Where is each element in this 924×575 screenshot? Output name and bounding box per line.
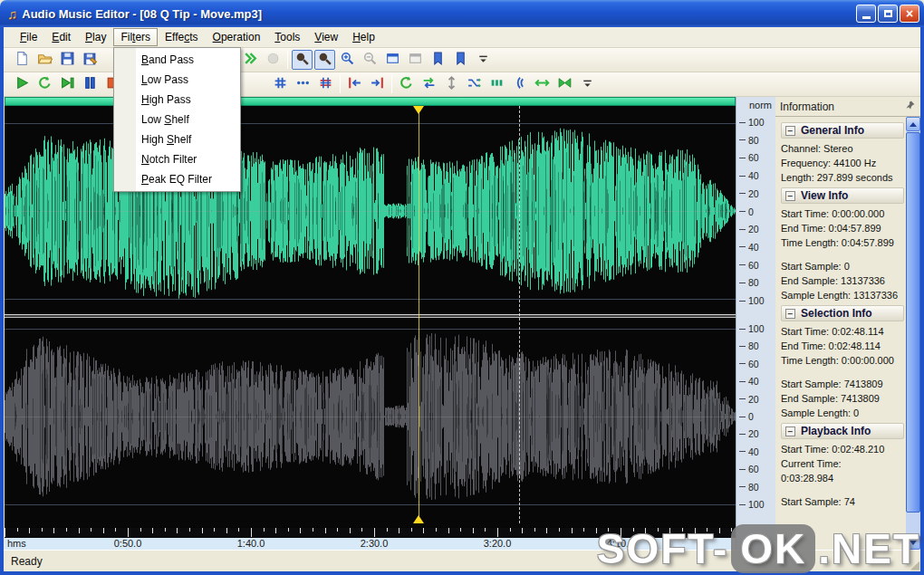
info-row: Sample Length: 13137336 bbox=[781, 288, 906, 302]
info-row: End Sample: 13137336 bbox=[781, 273, 906, 288]
maximize-icon bbox=[884, 10, 892, 17]
floppy-edit-icon bbox=[82, 51, 98, 70]
find-start-button[interactable] bbox=[428, 50, 448, 70]
section-spacer bbox=[781, 250, 906, 259]
find-end-button[interactable] bbox=[450, 50, 471, 70]
waveform-right-channel[interactable] bbox=[5, 319, 736, 523]
preview-sound-button[interactable] bbox=[509, 74, 530, 94]
selection-cursor-line bbox=[419, 106, 419, 523]
menu-item-effects[interactable]: Effects bbox=[158, 28, 205, 46]
overflow-icon bbox=[476, 51, 491, 70]
menu-item-play[interactable]: Play bbox=[78, 28, 113, 46]
section-title: View Info bbox=[801, 189, 848, 202]
play-to-end-button[interactable] bbox=[57, 74, 78, 94]
floppy-icon bbox=[60, 51, 75, 70]
scroll-up-button[interactable] bbox=[906, 117, 920, 131]
section-header-general-info[interactable]: −General Info bbox=[781, 122, 904, 139]
menu-item-filters[interactable]: Filters bbox=[113, 28, 158, 46]
grid-snap-button[interactable] bbox=[270, 74, 291, 94]
section-header-view-info[interactable]: −View Info bbox=[781, 187, 904, 204]
loop-play-button[interactable] bbox=[34, 74, 55, 94]
watermark-ok-box: OK bbox=[731, 524, 815, 573]
collapse-icon[interactable]: − bbox=[785, 309, 795, 319]
scroll-thumb[interactable] bbox=[906, 132, 920, 513]
menu-item-tools[interactable]: Tools bbox=[267, 28, 307, 46]
filters-menu-item-low-pass[interactable]: Low Pass bbox=[114, 70, 240, 90]
section-spacer bbox=[781, 368, 906, 377]
title-bar: ♫ Audio Music Editor - [08 Q Tip - Move.… bbox=[0, 0, 924, 27]
menu-item-file[interactable]: File bbox=[13, 28, 44, 46]
horizontal-fit-button[interactable] bbox=[532, 74, 553, 94]
marker-dots-button[interactable] bbox=[293, 74, 313, 94]
status-text: Ready bbox=[11, 555, 43, 568]
swap-channels-button[interactable] bbox=[419, 74, 439, 94]
snap-to-left-button[interactable] bbox=[344, 74, 365, 94]
vertical-fit-button[interactable] bbox=[441, 74, 462, 94]
menu-item-help[interactable]: Help bbox=[345, 28, 382, 46]
section-header-playback-info[interactable]: −Playback Info bbox=[781, 423, 904, 439]
toolbar-options-button[interactable] bbox=[577, 74, 598, 94]
trim-button[interactable] bbox=[554, 74, 575, 94]
cursor-marker-bottom[interactable] bbox=[413, 515, 424, 523]
new-file-button[interactable] bbox=[12, 50, 33, 70]
watermark: SOFT-OK.NET bbox=[597, 524, 920, 573]
scale-label: 100 bbox=[739, 499, 765, 510]
section-title: General Info bbox=[801, 124, 864, 137]
redo-button[interactable] bbox=[240, 50, 261, 70]
filters-menu-item-low-shelf[interactable]: Low Shelf bbox=[114, 110, 240, 129]
loop-icon bbox=[399, 75, 414, 94]
scale-tick bbox=[739, 246, 746, 247]
filters-menu-item-notch-filter[interactable]: Notch Filter bbox=[114, 149, 240, 169]
panel-scrollbar[interactable] bbox=[906, 117, 920, 550]
scale-label: 60 bbox=[739, 260, 759, 271]
save-file-as-button[interactable] bbox=[80, 50, 101, 70]
pause-button[interactable] bbox=[80, 74, 101, 94]
scale-tick bbox=[739, 193, 746, 194]
snap-right-icon bbox=[370, 75, 385, 94]
filters-menu-item-high-shelf[interactable]: High Shelf bbox=[114, 129, 240, 149]
markers-button[interactable] bbox=[486, 74, 507, 94]
window-border-left bbox=[0, 27, 4, 575]
info-row: Start Sample: 7413809 bbox=[781, 377, 906, 391]
scale-tick bbox=[739, 417, 746, 417]
section-title: Selection Info bbox=[801, 307, 872, 320]
menu-item-edit[interactable]: Edit bbox=[44, 28, 78, 46]
close-button[interactable]: × bbox=[900, 5, 919, 23]
zoom-selection-button[interactable] bbox=[382, 50, 403, 70]
collapse-icon[interactable]: − bbox=[785, 426, 795, 436]
collapse-icon[interactable]: − bbox=[785, 191, 795, 201]
save-file-button[interactable] bbox=[57, 50, 78, 70]
open-file-button[interactable] bbox=[34, 50, 55, 70]
scale-label: 40 bbox=[739, 446, 759, 457]
cursor-marker-top[interactable] bbox=[413, 106, 424, 114]
toolbar-options-button[interactable] bbox=[473, 50, 494, 70]
snap-to-right-button[interactable] bbox=[367, 74, 388, 94]
scale-tick bbox=[739, 363, 746, 364]
zoom-in-button[interactable] bbox=[337, 50, 358, 70]
menu-item-operation[interactable]: Operation bbox=[206, 28, 268, 46]
loop-selection-button[interactable] bbox=[396, 74, 417, 94]
minimize-button[interactable] bbox=[856, 5, 876, 23]
scale-tick bbox=[739, 158, 746, 158]
grid-icon bbox=[273, 75, 288, 94]
pin-icon[interactable] bbox=[905, 100, 916, 113]
shuffle-button[interactable] bbox=[464, 74, 485, 94]
scale-tick bbox=[739, 139, 746, 140]
maximize-button[interactable] bbox=[878, 5, 898, 23]
section-header-selection-info[interactable]: −Selection Info bbox=[781, 305, 904, 321]
section-spacer bbox=[781, 485, 906, 494]
collapse-icon[interactable]: − bbox=[785, 126, 795, 136]
zoom-right-channel-button[interactable] bbox=[314, 50, 335, 70]
filters-menu-item-high-pass[interactable]: High Pass bbox=[114, 90, 240, 110]
play-button[interactable] bbox=[12, 74, 33, 94]
grid-lines-button[interactable] bbox=[315, 74, 336, 94]
zoom-left-channel-button[interactable] bbox=[292, 50, 313, 70]
filters-menu-item-band-pass[interactable]: Band Pass bbox=[114, 50, 240, 70]
window-controls: × bbox=[856, 5, 919, 23]
filters-menu-item-peak-eq-filter[interactable]: Peak EQ Filter bbox=[114, 169, 240, 189]
menu-item-view[interactable]: View bbox=[307, 28, 345, 46]
section-title: Playback Info bbox=[801, 425, 871, 437]
scale-label: 40 bbox=[739, 170, 759, 181]
scale-label: 0 bbox=[739, 411, 754, 422]
amplitude-scale: norm 10080604020020406080100100806040200… bbox=[736, 97, 775, 550]
